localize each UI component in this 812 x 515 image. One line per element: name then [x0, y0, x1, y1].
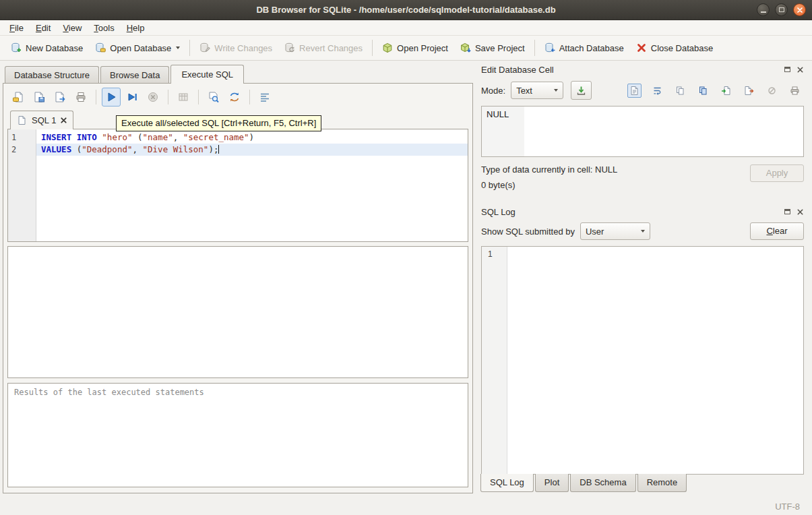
import-icon — [576, 86, 586, 96]
menu-edit[interactable]: Edit — [30, 21, 57, 35]
save-results-button[interactable] — [174, 88, 193, 107]
import-cell-data-button[interactable] — [571, 81, 592, 100]
find-replace-button[interactable] — [204, 88, 223, 107]
chevron-down-icon — [554, 89, 558, 92]
float-dock-button[interactable] — [783, 208, 792, 216]
minimize-button[interactable] — [757, 3, 770, 16]
sql-token: ( — [132, 132, 142, 142]
copy-icon — [675, 86, 685, 96]
import-file-icon — [721, 86, 731, 96]
tab-execute-sql[interactable]: Execute SQL — [170, 65, 244, 84]
mode-value: Text — [516, 86, 532, 96]
paste-cell-button[interactable] — [696, 84, 710, 98]
open-database-button[interactable]: Open Database — [89, 39, 186, 57]
cell-edit-area[interactable] — [524, 107, 803, 156]
open-database-icon — [95, 42, 106, 53]
save-project-button[interactable]: Save Project — [454, 39, 531, 57]
cell-mode-row: Mode: Text — [478, 79, 806, 102]
menu-help[interactable]: Help — [121, 21, 151, 35]
log-line-number: 1 — [488, 249, 507, 259]
close-dock-button[interactable] — [796, 208, 805, 216]
results-placeholder: Results of the last executed statements — [14, 388, 204, 397]
code-line-1: INSERT INTO "hero" ("name", "secret_name… — [36, 131, 468, 144]
edit-cell-dock-header: Edit Database Cell — [478, 62, 806, 77]
code-area[interactable]: INSERT INTO "hero" ("name", "secret_name… — [36, 129, 468, 241]
close-icon — [797, 7, 803, 13]
print-cell-button[interactable] — [788, 84, 802, 98]
titlebar[interactable]: DB Browser for SQLite - /home/user/code/… — [0, 0, 812, 20]
close-window-button[interactable] — [793, 3, 806, 16]
float-dock-button[interactable] — [783, 65, 792, 74]
code-line-2: VALUES ("Deadpond", "Dive Wilson"); — [36, 144, 468, 156]
format-icon — [259, 91, 271, 103]
stop-button[interactable] — [144, 88, 162, 107]
revert-changes-label: Revert Changes — [299, 43, 363, 53]
open-project-label: Open Project — [397, 43, 448, 53]
menu-view[interactable]: View — [57, 21, 88, 35]
dock-tab-sql-log[interactable]: SQL Log — [480, 474, 534, 492]
auto-complete-button[interactable] — [225, 88, 244, 107]
sql-editor[interactable]: 1 2 INSERT INTO "hero" ("name", "secret_… — [7, 129, 468, 242]
format-sql-button[interactable] — [255, 88, 274, 107]
line-number: 1 — [11, 131, 36, 144]
sql-token: VALUES — [41, 144, 71, 154]
write-changes-button[interactable]: Write Changes — [193, 39, 278, 57]
import-file-button[interactable] — [719, 84, 733, 98]
new-database-button[interactable]: New Database — [5, 39, 89, 57]
sql-token: "hero" — [102, 132, 132, 142]
cell-value-editor[interactable]: NULL — [481, 106, 804, 157]
float-dock-icon — [784, 209, 790, 214]
open-sql-file-button[interactable] — [9, 88, 28, 107]
print-icon — [790, 86, 800, 96]
execute-line-button[interactable] — [123, 88, 142, 107]
menu-file[interactable]: File — [3, 21, 30, 35]
word-wrap-button[interactable] — [650, 84, 664, 98]
menu-tools[interactable]: Tools — [88, 21, 120, 35]
encoding-indicator[interactable]: UTF-8 — [775, 502, 800, 512]
text-view-icon — [629, 86, 639, 96]
dock-tab-remote[interactable]: Remote — [637, 474, 687, 492]
maximize-button[interactable] — [775, 3, 788, 16]
sql-tab-label: SQL 1 — [32, 115, 56, 125]
dock-tab-db-schema[interactable]: DB Schema — [570, 474, 635, 492]
close-tab-icon — [61, 117, 67, 123]
export-file-button[interactable] — [742, 84, 756, 98]
results-message-pane[interactable]: Results of the last executed statements — [7, 383, 468, 487]
toolbar-separator — [372, 40, 373, 56]
sql-token: ) — [249, 132, 255, 142]
close-database-button[interactable]: Close Database — [630, 39, 720, 57]
menubar: File Edit View Tools Help — [0, 20, 812, 36]
apply-button[interactable]: Apply — [750, 164, 804, 182]
close-dock-icon — [797, 67, 803, 73]
close-dock-button[interactable] — [796, 65, 805, 74]
sql-token: "Deadpond" — [82, 144, 132, 154]
attach-database-button[interactable]: Attach Database — [538, 39, 630, 57]
dock-tab-plot[interactable]: Plot — [535, 474, 569, 492]
save-project-label: Save Project — [475, 43, 525, 53]
line-number: 2 — [11, 144, 36, 156]
copy-cell-button[interactable] — [673, 84, 687, 98]
save-sql-file-icon — [33, 91, 45, 103]
set-null-button[interactable] — [765, 84, 779, 98]
mode-select[interactable]: Text — [511, 82, 563, 99]
revert-changes-button[interactable]: Revert Changes — [278, 39, 369, 57]
text-view-button[interactable] — [627, 84, 642, 98]
tab-browse-data[interactable]: Browse Data — [100, 66, 169, 84]
print-sql-button[interactable] — [71, 88, 90, 107]
tab-database-structure[interactable]: Database Structure — [5, 66, 99, 84]
log-filter-select[interactable]: User — [580, 222, 650, 240]
result-grid[interactable] — [7, 246, 468, 378]
open-project-button[interactable]: Open Project — [376, 39, 454, 57]
sql-tab-1[interactable]: SQL 1 — [10, 111, 73, 129]
close-sql-tab-button[interactable] — [61, 117, 67, 123]
open-database-dropdown-icon[interactable] — [176, 47, 180, 49]
sql-log-view[interactable]: 1 — [481, 246, 804, 475]
statusbar: UTF-8 — [0, 497, 812, 515]
open-database-label: Open Database — [110, 43, 171, 53]
save-sql-as-button[interactable] — [51, 88, 69, 107]
sql-log-controls: Show SQL submitted by User Clear — [478, 220, 806, 242]
save-sql-file-button[interactable] — [30, 88, 49, 107]
execute-all-button[interactable] — [102, 88, 121, 107]
clear-log-button[interactable]: Clear — [750, 222, 804, 240]
dock-buttons — [783, 65, 805, 74]
